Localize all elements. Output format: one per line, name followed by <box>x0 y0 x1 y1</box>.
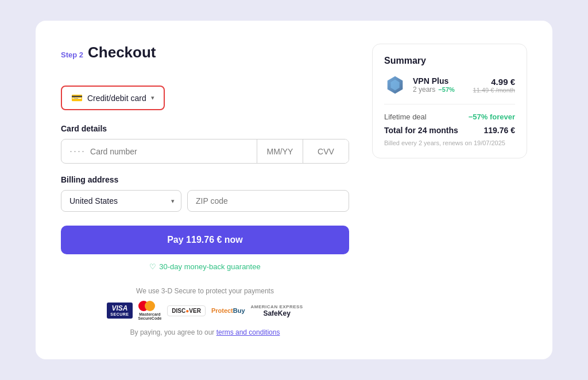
old-price: 11.49 € /month <box>473 87 515 94</box>
card-dots-icon: ···· <box>69 145 86 157</box>
total-value: 119.76 € <box>484 126 516 135</box>
shield-icon: ♡ <box>149 262 156 271</box>
billing-fields: United States United Kingdom Canada Aust… <box>61 190 349 212</box>
billing-section: Billing address United States United Kin… <box>61 175 349 212</box>
left-section: Step 2 Checkout 💳 Credit/debit card ▾ Ca… <box>61 44 349 336</box>
product-duration: 2 years −57% <box>413 86 466 94</box>
summary-panel: Summary VPN Plus <box>372 44 527 158</box>
current-price: 4.99 € <box>473 77 515 87</box>
billed-note: Billed every 2 years, renews on 19/07/20… <box>384 139 515 146</box>
cvv-input[interactable] <box>303 139 349 163</box>
total-row: Total for 24 months 119.76 € <box>384 126 515 135</box>
money-back-guarantee: ♡ 30-day money-back guarantee <box>61 262 349 271</box>
product-price: 4.99 € 11.49 € /month <box>473 77 515 94</box>
step-label: Step 2 <box>61 51 83 59</box>
lifetime-deal-label: Lifetime deal <box>384 113 427 121</box>
terms-text: By paying, you agree to our terms and co… <box>61 328 349 336</box>
zip-input[interactable] <box>187 190 349 212</box>
billing-label: Billing address <box>61 175 349 184</box>
payment-method-button[interactable]: 💳 Credit/debit card ▾ <box>61 86 165 110</box>
credit-card-icon: 💳 <box>71 92 83 103</box>
total-label: Total for 24 months <box>384 126 458 135</box>
lifetime-deal-value: −57% forever <box>469 113 515 121</box>
page-title: Checkout <box>88 44 156 61</box>
main-layout: Step 2 Checkout 💳 Credit/debit card ▾ Ca… <box>61 44 527 336</box>
summary-panel-container: Summary VPN Plus <box>372 44 527 336</box>
product-name: VPN Plus <box>413 76 466 86</box>
summary-title: Summary <box>384 56 515 66</box>
payment-method-label: Credit/debit card <box>87 94 146 103</box>
card-inputs-group: ···· <box>61 139 349 164</box>
checkout-card: Step 2 Checkout 💳 Credit/debit card ▾ Ca… <box>36 21 552 359</box>
country-select-wrapper: United States United Kingdom Canada Aust… <box>61 190 181 212</box>
expiry-input[interactable] <box>257 139 303 163</box>
chevron-down-icon: ▾ <box>151 94 154 102</box>
product-info: VPN Plus 2 years −57% <box>413 76 466 94</box>
summary-product: VPN Plus 2 years −57% 4.99 € 11.49 € /mo… <box>384 74 515 104</box>
card-number-wrapper: ···· <box>61 139 257 163</box>
discover-logo: DISC●VER <box>167 305 206 316</box>
terms-link[interactable]: terms and conditions <box>216 328 280 336</box>
payment-logos: VISA SECURE MastercardSecureCode DISC●VE… <box>61 301 349 320</box>
lifetime-deal-row: Lifetime deal −57% forever <box>384 113 515 121</box>
pay-button[interactable]: Pay 119.76 € now <box>61 226 349 254</box>
protectbuy-logo: ProtectBuy <box>211 307 245 314</box>
money-back-label: 30-day money-back guarantee <box>159 262 260 271</box>
vpn-icon <box>384 74 406 96</box>
card-number-input[interactable] <box>90 147 249 156</box>
mastercard-logo: MastercardSecureCode <box>138 301 162 320</box>
secure-section: We use 3-D Secure to protect your paymen… <box>61 287 349 336</box>
country-select[interactable]: United States United Kingdom Canada Aust… <box>61 190 181 212</box>
secure-text: We use 3-D Secure to protect your paymen… <box>61 287 349 295</box>
visa-secure-logo: VISA SECURE <box>107 303 132 319</box>
safekey-logo: AMERICAN EXPRESS SafeKey <box>251 304 303 317</box>
product-discount-badge: −57% <box>438 86 454 93</box>
card-details-label: Card details <box>61 124 349 133</box>
